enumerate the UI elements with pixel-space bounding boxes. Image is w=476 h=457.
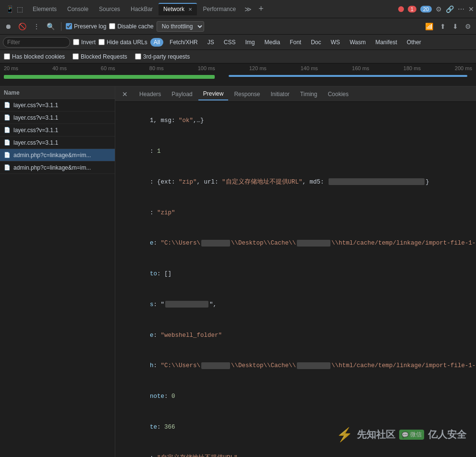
recording-dot xyxy=(398,6,404,12)
filter-doc-button[interactable]: Doc xyxy=(307,38,324,47)
third-party-checkbox[interactable] xyxy=(135,53,141,60)
json-line-9: h: "C:\\Users\\\Desktop\\Cache\\\\html/c… xyxy=(121,351,470,382)
more-options-icon[interactable]: ⋯ xyxy=(458,5,464,13)
json-line-6: to: [] xyxy=(121,259,470,290)
watermark: ⚡ 先知社区 💬 微信 亿人安全 xyxy=(336,427,466,443)
add-tab-button[interactable]: + xyxy=(256,4,267,14)
watermark-wechat: 💬 微信 xyxy=(399,430,424,440)
record-button[interactable]: ⏺ xyxy=(3,22,13,31)
filter-wasm-button[interactable]: Wasm xyxy=(346,38,369,47)
throttle-select[interactable]: No throttling xyxy=(157,21,204,32)
blocked-requests-checkbox[interactable] xyxy=(73,53,79,60)
export-har-icon[interactable]: ⬇ xyxy=(451,22,460,31)
invert-checkbox[interactable] xyxy=(73,39,79,45)
json-line-3: : {ext: "zip", url: "自定义存储地址不提供URL", md5… xyxy=(121,167,470,198)
tab-network-close[interactable]: ✕ xyxy=(188,7,192,12)
preview-panel: ✕ Headers Payload Preview Response Initi… xyxy=(115,86,476,457)
filter-css-button[interactable]: CSS xyxy=(220,38,239,47)
filter-toggle-button[interactable]: ⋮ xyxy=(31,22,42,31)
json-line-5: e: "C:\\Users\\\Desktop\\Cache\\\\html/c… xyxy=(121,228,470,259)
tab-network[interactable]: Network ✕ xyxy=(159,3,197,15)
filter-media-button[interactable]: Media xyxy=(261,38,283,47)
filter-ws-button[interactable]: WS xyxy=(328,38,343,47)
filter-other-button[interactable]: Other xyxy=(403,38,425,47)
import-har-icon[interactable]: ⬆ xyxy=(438,22,448,31)
preserve-log-label[interactable]: Preserve log xyxy=(66,23,106,30)
has-blocked-cookies-checkbox[interactable] xyxy=(4,53,10,60)
filter-js-button[interactable]: JS xyxy=(204,38,218,47)
device-toggle-icon[interactable]: 📱 xyxy=(6,5,14,13)
tab-cookies[interactable]: Cookies xyxy=(323,88,353,100)
list-header: Name xyxy=(0,86,115,99)
third-party-label[interactable]: 3rd-party requests xyxy=(135,53,190,60)
tab-headers[interactable]: Headers xyxy=(134,88,166,100)
list-item[interactable]: 📄 layer.css?v=3.1.1 xyxy=(0,124,115,136)
devtools-settings-icon[interactable]: ⚙ xyxy=(436,5,442,13)
close-devtools-icon[interactable]: ✕ xyxy=(468,5,474,13)
network-list-panel: Name 📄 layer.css?v=3.1.1 📄 layer.css?v=3… xyxy=(0,86,115,457)
list-item[interactable]: 📄 layer.css?v=3.1.1 xyxy=(0,99,115,111)
json-line-4: : "zip" xyxy=(121,198,470,228)
timeline-blue-bar xyxy=(229,75,467,77)
tab-response[interactable]: Response xyxy=(229,88,265,100)
tab-payload[interactable]: Payload xyxy=(167,88,197,100)
file-icon-2: 📄 xyxy=(4,114,11,121)
filter-all-button[interactable]: All xyxy=(150,38,163,47)
has-blocked-cookies-label[interactable]: Has blocked cookies xyxy=(4,53,65,60)
wifi-icon[interactable]: 📶 xyxy=(423,22,435,31)
json-line-10: note: 0 xyxy=(121,382,470,412)
disable-cache-label[interactable]: Disable cache xyxy=(109,23,153,30)
list-item-admin-2[interactable]: 📄 admin.php?c=linkage&m=im... xyxy=(0,161,115,174)
network-toolbar: ⏺ 🚫 ⋮ 🔍 Preserve log Disable cache No th… xyxy=(0,18,476,35)
file-icon-6: 📄 xyxy=(4,164,11,171)
filter-bar: Invert Hide data URLs All Fetch/XHR JS C… xyxy=(0,35,476,50)
checkbox-row: Has blocked cookies Blocked Requests 3rd… xyxy=(0,50,476,63)
preserve-log-checkbox[interactable] xyxy=(66,23,72,29)
network-settings-icon[interactable]: ⚙ xyxy=(463,22,473,31)
panel-close-button[interactable]: ✕ xyxy=(118,88,132,100)
list-item[interactable]: 📄 layer.css?v=3.1.1 xyxy=(0,111,115,124)
blue-badge: 20 xyxy=(420,6,432,12)
panel-tabs: ✕ Headers Payload Preview Response Initi… xyxy=(115,86,476,102)
json-line-7: s: "", xyxy=(121,290,470,321)
preview-content: 1, msg: "ok",…} : 1 : {ext: "zip", url: … xyxy=(115,102,476,457)
timeline-bars xyxy=(4,73,472,83)
tab-initiator[interactable]: Initiator xyxy=(266,88,294,100)
tab-hackbar[interactable]: HackBar xyxy=(126,3,158,15)
remote-debug-icon[interactable]: 🔗 xyxy=(446,5,454,13)
invert-label[interactable]: Invert xyxy=(73,39,96,46)
tab-sources[interactable]: Sources xyxy=(94,3,125,15)
list-item[interactable]: 📄 layer.css?v=3.1.1 xyxy=(0,136,115,149)
tab-bar-right: 1 20 ⚙ 🔗 ⋯ ✕ xyxy=(398,5,474,13)
search-button[interactable]: 🔍 xyxy=(45,22,57,31)
disable-cache-checkbox[interactable] xyxy=(109,23,115,29)
json-line-12: : "自定义存储地址不提供URL" xyxy=(121,443,470,457)
timeline-labels: 20 ms 40 ms 60 ms 80 ms 100 ms 120 ms 14… xyxy=(0,63,476,73)
tab-console[interactable]: Console xyxy=(62,3,93,15)
inspect-icon[interactable]: ⬚ xyxy=(17,5,23,13)
tab-bar: 📱 ⬚ Elements Console Sources HackBar Net… xyxy=(0,0,476,18)
tab-elements[interactable]: Elements xyxy=(28,3,61,15)
more-tabs-icon[interactable]: ≫ xyxy=(242,5,255,13)
filter-img-button[interactable]: Img xyxy=(242,38,258,47)
main-area: Name 📄 layer.css?v=3.1.1 📄 layer.css?v=3… xyxy=(0,86,476,457)
watermark-logo-icon: ⚡ xyxy=(336,427,353,443)
watermark-security: 亿人安全 xyxy=(428,428,466,441)
filter-input[interactable] xyxy=(3,37,70,48)
clear-button[interactable]: 🚫 xyxy=(16,22,28,31)
list-item-admin-1[interactable]: 📄 admin.php?c=linkage&m=im... xyxy=(0,149,115,161)
red-badge: 1 xyxy=(408,6,416,12)
filter-manifest-button[interactable]: Manifest xyxy=(372,38,400,47)
timeline: 20 ms 40 ms 60 ms 80 ms 100 ms 120 ms 14… xyxy=(0,63,476,86)
tab-timing[interactable]: Timing xyxy=(295,88,322,100)
json-line-2: : 1 xyxy=(121,136,470,167)
filter-font-button[interactable]: Font xyxy=(286,38,305,47)
hide-data-urls-label[interactable]: Hide data URLs xyxy=(98,39,147,46)
hide-data-urls-checkbox[interactable] xyxy=(98,39,105,45)
blocked-requests-label[interactable]: Blocked Requests xyxy=(73,53,127,60)
filter-fetch-xhr-button[interactable]: Fetch/XHR xyxy=(166,38,201,47)
json-line-1: 1, msg: "ok",…} xyxy=(121,106,470,136)
tab-preview[interactable]: Preview xyxy=(198,88,229,100)
tab-performance[interactable]: Performance xyxy=(198,3,241,15)
separator-1 xyxy=(61,22,61,31)
